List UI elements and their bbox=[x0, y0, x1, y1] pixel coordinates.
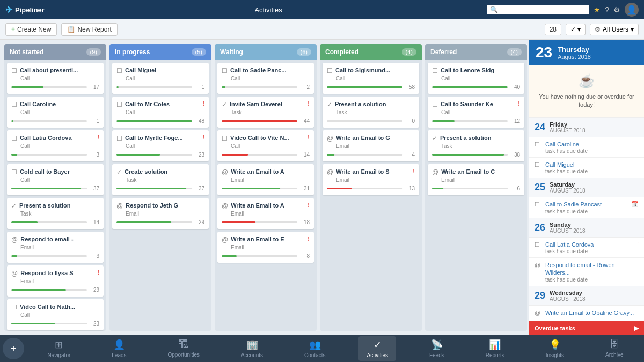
progress-bar bbox=[11, 154, 87, 156]
star-icon[interactable]: ★ bbox=[594, 5, 601, 14]
task-card[interactable]: ☐ Call to Myrtle Fogc... ! Call 23 bbox=[112, 130, 209, 161]
task-card[interactable]: ☐ Call to Sadie Panc... Call 2 bbox=[217, 63, 314, 94]
nav-item-archive[interactable]: 🗄 Archive bbox=[597, 336, 631, 361]
card-subtype: Task bbox=[336, 109, 415, 115]
card-type-icon: @ bbox=[222, 202, 228, 210]
task-card[interactable]: @ Respond to Jeth G Email 29 bbox=[112, 198, 209, 229]
add-button[interactable]: + bbox=[3, 338, 24, 359]
card-subtype: Call bbox=[126, 109, 204, 115]
nav-item-navigator[interactable]: ⊞ Navigator bbox=[39, 336, 78, 361]
nav-item-feeds[interactable]: 📡 Feeds bbox=[421, 336, 452, 361]
task-card[interactable]: ☐ Video Call to Vite N... ! Call 14 bbox=[217, 130, 314, 161]
event-content: Respond to email - Rowen Wilders... task… bbox=[545, 261, 639, 283]
progress-number: 13 bbox=[405, 186, 415, 191]
search-box[interactable]: 🔍 bbox=[487, 5, 589, 14]
nav-item-opportunities[interactable]: 🏗 Opportunities bbox=[159, 336, 207, 361]
task-card[interactable]: ☐ Cold call to Bayer Call 37 bbox=[7, 164, 104, 195]
task-card[interactable]: ☐ Call Caroline Call 1 bbox=[7, 97, 104, 128]
card-header: ✓ Present a solution bbox=[432, 134, 520, 142]
opportunities-nav-label: Opportunities bbox=[167, 352, 199, 358]
task-card[interactable]: @ Write an Email to E ! Email 8 bbox=[217, 232, 314, 263]
card-header: @ Respond to Jeth G bbox=[116, 202, 204, 210]
progress-fill bbox=[327, 154, 334, 156]
day-info: Sunday AUGUST 2018 bbox=[550, 221, 586, 234]
check-button[interactable]: ✓ ▾ bbox=[566, 24, 586, 35]
task-card[interactable]: @ Write an Email to A Email 31 bbox=[217, 164, 314, 195]
task-card[interactable]: ☐ Call Miguel Call 1 bbox=[112, 63, 209, 94]
column-not-started: Not started (9) ☐ Call about presenti...… bbox=[4, 44, 106, 331]
task-card[interactable]: ✓ Present a solution Task 38 bbox=[428, 130, 524, 161]
search-input[interactable] bbox=[500, 6, 586, 13]
progress-fill bbox=[327, 188, 352, 189]
user-avatar[interactable]: 👤 bbox=[625, 3, 639, 17]
card-subtype: Call bbox=[20, 177, 99, 183]
card-progress: 0 bbox=[327, 118, 415, 124]
card-progress: 23 bbox=[116, 152, 204, 158]
task-card[interactable]: ✓ Create solution Task 37 bbox=[112, 164, 209, 195]
task-card[interactable]: ✓ Present a solution Task 0 bbox=[323, 97, 419, 128]
progress-number: 17 bbox=[90, 84, 99, 90]
task-card[interactable]: ☐ Call about presenti... Call 17 bbox=[7, 63, 104, 94]
overdue-bar[interactable]: Overdue tasks ▶ bbox=[529, 321, 644, 335]
task-card[interactable]: @ Write an Email to C Email 6 bbox=[428, 164, 524, 195]
card-title: Call to Saunder Ke bbox=[441, 100, 514, 108]
task-card[interactable]: ☐ Call Latia Cordova ! Call 3 bbox=[7, 130, 104, 161]
calendar-weekday: Thursday bbox=[558, 46, 591, 54]
card-progress: 58 bbox=[327, 84, 415, 90]
task-card[interactable]: ✓ Present a solution Task 14 bbox=[7, 198, 104, 229]
day-month: AUGUST 2018 bbox=[550, 188, 586, 194]
task-card[interactable]: ☐ Call to Sigismund... Call 58 bbox=[323, 63, 419, 94]
task-card[interactable]: @ Write an Email to G Email 4 bbox=[323, 130, 419, 161]
alert-icon: ! bbox=[413, 168, 415, 174]
event-item[interactable]: @ Write an Email to Opaline Gravy... bbox=[529, 306, 644, 320]
settings-icon[interactable]: ⚙ bbox=[613, 5, 620, 14]
nav-item-accounts[interactable]: 🏢 Accounts bbox=[233, 336, 271, 361]
task-card[interactable]: ☐ Video Call to Nath... Call 23 bbox=[7, 299, 104, 330]
event-item[interactable]: ☐ Call Latia Cordova task has due date ! bbox=[529, 238, 644, 258]
task-card[interactable]: @ Respond to email - Email 3 bbox=[7, 232, 104, 263]
new-report-button[interactable]: 📋 New Report bbox=[61, 23, 117, 36]
nav-item-contacts[interactable]: 👥 Contacts bbox=[296, 336, 333, 361]
create-new-button[interactable]: + Create New bbox=[5, 23, 57, 36]
navigator-nav-icon: ⊞ bbox=[55, 339, 63, 351]
alert-icon: ! bbox=[308, 134, 310, 141]
day-info: Saturday AUGUST 2018 bbox=[550, 181, 586, 194]
day-info: Friday AUGUST 2018 bbox=[550, 121, 586, 134]
day-month: AUGUST 2018 bbox=[550, 296, 586, 302]
task-card[interactable]: ✓ Invite Sam Deverel ! Task 44 bbox=[217, 97, 314, 128]
card-progress: 23 bbox=[11, 321, 99, 327]
progress-bar bbox=[327, 154, 402, 156]
card-title: Call to Sigismund... bbox=[335, 67, 415, 74]
nav-item-reports[interactable]: 📊 Reports bbox=[478, 336, 513, 361]
task-card[interactable]: ☐ Call to Lenore Sidg Call 40 bbox=[428, 63, 524, 94]
toolbar: + Create New 📋 New Report 28 ✓ ▾ ⚙ All U… bbox=[0, 19, 644, 40]
progress-fill bbox=[11, 255, 17, 257]
event-item[interactable]: ☐ Call to Sadie Pancast task has due dat… bbox=[529, 197, 644, 218]
task-card[interactable]: @ Write an Email to S ! Email 13 bbox=[323, 164, 419, 195]
event-item[interactable]: ☐ Call Caroline task has due date bbox=[529, 137, 644, 158]
app-logo[interactable]: ✈ Pipeliner bbox=[5, 5, 45, 15]
task-card[interactable]: @ Respond to Ilysa S ! Email 29 bbox=[7, 265, 104, 297]
all-users-button[interactable]: ⚙ All Users ▾ bbox=[590, 24, 639, 35]
progress-bar bbox=[432, 154, 508, 156]
column-in-progress: In progress (5) ☐ Call Miguel Call 1 ☐ C… bbox=[109, 44, 211, 331]
card-header: @ Write an Email to A bbox=[222, 168, 310, 176]
nav-item-activities[interactable]: ✓ Activities bbox=[358, 336, 396, 361]
task-card[interactable]: ☐ Call to Mr Coles ! Call 48 bbox=[112, 97, 209, 128]
day-name: Friday bbox=[550, 121, 586, 128]
progress-number: 1 bbox=[90, 118, 99, 124]
overdue-arrow-icon: ▶ bbox=[634, 324, 639, 332]
task-card[interactable]: ☐ Call to Saunder Ke ! Call 12 bbox=[428, 97, 524, 128]
event-item[interactable]: @ Respond to email - Rowen Wilders... ta… bbox=[529, 258, 644, 286]
event-item[interactable]: ☐ Call Miguel task has due date bbox=[529, 158, 644, 178]
nav-item-leads[interactable]: 👤 Leads bbox=[104, 336, 134, 361]
column-title: Not started bbox=[10, 48, 43, 56]
card-type-icon: ☐ bbox=[432, 101, 438, 108]
card-subtype: Call bbox=[231, 76, 310, 82]
nav-item-insights[interactable]: 💡 Insights bbox=[538, 336, 572, 361]
help-icon[interactable]: ? bbox=[605, 5, 609, 14]
card-title: Write an Email to A bbox=[231, 202, 303, 209]
event-subtitle: task has due date bbox=[545, 148, 639, 154]
task-card[interactable]: @ Write an Email to A ! Email 18 bbox=[217, 198, 314, 229]
event-content: Call Latia Cordova task has due date bbox=[545, 241, 634, 254]
